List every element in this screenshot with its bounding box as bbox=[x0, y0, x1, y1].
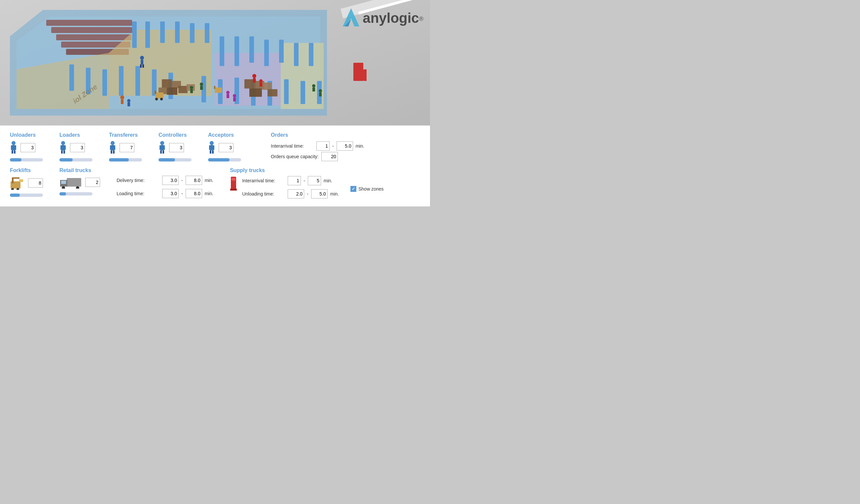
svg-rect-66 bbox=[227, 94, 229, 98]
svg-point-125 bbox=[76, 186, 79, 189]
retail-trucks-group: Retail trucks bbox=[59, 168, 100, 196]
svg-point-61 bbox=[120, 96, 124, 99]
svg-rect-121 bbox=[67, 178, 81, 187]
svg-point-71 bbox=[259, 79, 262, 83]
orders-title: Orders bbox=[271, 132, 364, 138]
svg-rect-42 bbox=[162, 79, 172, 87]
orders-interarrival-dash: - bbox=[332, 143, 334, 149]
show-zones-area: Show zones bbox=[350, 186, 384, 192]
unloader-icon bbox=[10, 141, 17, 155]
transferers-input[interactable] bbox=[119, 143, 134, 152]
supply-trucks-title: Supply trucks bbox=[230, 168, 384, 173]
supply-unloading-dash: - bbox=[307, 191, 309, 197]
retail-trucks-progress-fill bbox=[59, 192, 66, 196]
svg-rect-89 bbox=[11, 145, 13, 150]
orders-queue-input[interactable] bbox=[321, 152, 338, 161]
svg-rect-74 bbox=[312, 87, 315, 91]
orders-interarrival-unit: min. bbox=[356, 143, 364, 149]
svg-rect-13 bbox=[132, 21, 137, 48]
svg-point-63 bbox=[127, 99, 130, 102]
supply-unloading-row: Unloading time: - min. bbox=[242, 189, 339, 199]
svg-rect-58 bbox=[190, 89, 193, 93]
supply-truck-icon bbox=[230, 176, 237, 192]
transferers-title: Transferers bbox=[109, 132, 138, 138]
panel-top-row: Unloaders Loaders bbox=[10, 132, 420, 162]
svg-rect-52 bbox=[268, 89, 277, 97]
delivery-dash: - bbox=[181, 178, 183, 183]
supply-trucks-section: Supply trucks Interarrival time: - min. bbox=[230, 168, 384, 200]
unloaders-content bbox=[10, 141, 35, 155]
svg-rect-88 bbox=[14, 150, 15, 154]
svg-rect-72 bbox=[260, 83, 262, 87]
svg-point-67 bbox=[233, 94, 236, 98]
retail-trucks-title: Retail trucks bbox=[59, 168, 91, 173]
orders-interarrival-min-input[interactable] bbox=[316, 141, 330, 150]
svg-rect-26 bbox=[69, 64, 74, 91]
acceptors-input[interactable] bbox=[219, 143, 233, 152]
retail-truck-params: Delivery time: - min. Loading time: - mi… bbox=[117, 168, 213, 200]
forklifts-input[interactable] bbox=[28, 178, 43, 188]
unloaders-progress bbox=[10, 158, 43, 161]
svg-point-85 bbox=[12, 141, 15, 145]
svg-rect-50 bbox=[249, 88, 262, 97]
supply-interarrival-dash: - bbox=[303, 178, 305, 183]
forklifts-title: Forklifts bbox=[10, 168, 31, 173]
unloaders-title: Unloaders bbox=[10, 132, 36, 138]
loaders-progress-fill bbox=[59, 158, 73, 161]
svg-rect-84 bbox=[363, 69, 367, 81]
svg-rect-111 bbox=[210, 150, 211, 154]
svg-rect-68 bbox=[233, 98, 236, 101]
retail-trucks-input[interactable] bbox=[85, 178, 100, 187]
svg-rect-81 bbox=[215, 87, 222, 93]
svg-rect-62 bbox=[121, 99, 124, 104]
supply-interarrival-min-input[interactable] bbox=[288, 176, 301, 185]
supply-trucks-content: Interarrival time: - min. Unloading time… bbox=[230, 176, 384, 200]
svg-rect-106 bbox=[162, 150, 164, 154]
svg-rect-86 bbox=[12, 145, 15, 150]
supply-unloading-max-input[interactable] bbox=[311, 189, 328, 199]
svg-rect-83 bbox=[353, 63, 363, 81]
loading-time-label: Loading time: bbox=[117, 191, 159, 196]
svg-rect-24 bbox=[294, 43, 299, 66]
svg-rect-55 bbox=[140, 64, 142, 68]
show-zones-checkbox[interactable] bbox=[350, 186, 356, 192]
supply-unloading-min-input[interactable] bbox=[288, 189, 304, 199]
orders-interarrival-max-input[interactable] bbox=[336, 141, 353, 150]
svg-rect-17 bbox=[190, 23, 195, 43]
svg-rect-94 bbox=[63, 150, 65, 154]
loaders-input[interactable] bbox=[70, 143, 85, 152]
svg-rect-123 bbox=[61, 181, 66, 184]
delivery-time-min-input[interactable] bbox=[162, 176, 179, 185]
orders-queue-label: Orders queue capacity: bbox=[271, 154, 319, 159]
svg-point-73 bbox=[312, 84, 315, 87]
svg-rect-60 bbox=[200, 86, 203, 90]
controllers-progress bbox=[159, 158, 191, 161]
supply-interarrival-unit: min. bbox=[324, 178, 332, 183]
forklifts-content bbox=[10, 176, 43, 190]
svg-rect-108 bbox=[163, 145, 165, 150]
orders-queue-row: Orders queue capacity: bbox=[271, 152, 364, 161]
acceptors-progress-fill bbox=[208, 158, 230, 161]
controllers-input[interactable] bbox=[169, 143, 184, 152]
warehouse-3d: iol Zone bbox=[3, 3, 367, 122]
loaders-group: Loaders bbox=[59, 132, 99, 161]
svg-rect-6 bbox=[56, 34, 131, 40]
supply-interarrival-max-input[interactable] bbox=[308, 176, 321, 185]
loading-time-max-input[interactable] bbox=[186, 189, 202, 198]
loading-time-min-input[interactable] bbox=[162, 189, 179, 198]
retail-truck-icon bbox=[59, 176, 82, 189]
transferer-icon bbox=[109, 141, 116, 155]
svg-point-91 bbox=[61, 141, 65, 145]
delivery-time-max-input[interactable] bbox=[186, 176, 202, 185]
svg-rect-15 bbox=[160, 21, 165, 43]
unloaders-input[interactable] bbox=[20, 143, 35, 152]
svg-rect-29 bbox=[119, 66, 124, 96]
loaders-title: Loaders bbox=[59, 132, 80, 138]
svg-rect-54 bbox=[141, 60, 143, 64]
svg-point-109 bbox=[210, 141, 214, 145]
svg-rect-96 bbox=[64, 145, 66, 150]
svg-point-124 bbox=[62, 186, 65, 189]
svg-point-57 bbox=[190, 86, 193, 89]
svg-rect-87 bbox=[12, 150, 13, 154]
svg-rect-20 bbox=[234, 36, 239, 66]
